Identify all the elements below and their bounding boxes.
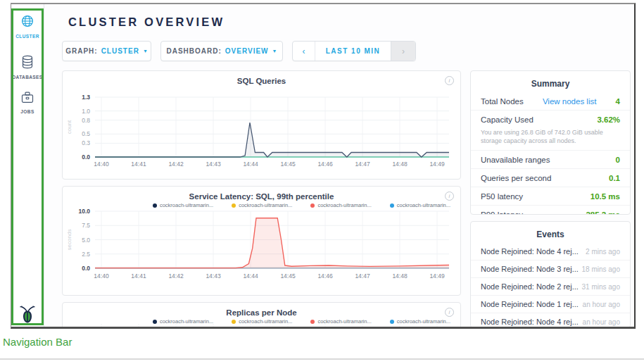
event-row[interactable]: Node Rejoined: Node 1 rej... an hour ago (471, 295, 630, 313)
event-text: Node Rejoined: Node 3 rej... (481, 265, 579, 273)
cockroachdb-logo[interactable] (11, 305, 44, 324)
divider (0, 358, 644, 360)
event-row[interactable]: Node Rejoined: Node 4 rej... an hour ago (471, 313, 630, 328)
svg-text:14:41: 14:41 (131, 272, 146, 280)
svg-text:14:44: 14:44 (243, 272, 258, 280)
svg-text:14:47: 14:47 (355, 161, 370, 168)
events-title: Events (471, 222, 630, 243)
service-latency-chart-panel: Service Latency: SQL, 99th percentile i … (62, 186, 461, 296)
svg-text:0.3: 0.3 (82, 139, 90, 146)
toolbar: GRAPH: CLUSTER ▼ DASHBOARD: OVERVIEW ▼ ‹… (62, 41, 463, 61)
event-row[interactable]: Node Rejoined: Node 3 rej... 18 mins ago (471, 260, 630, 277)
sidebar-item-jobs[interactable]: JOBS (11, 92, 44, 114)
main-content: CLUSTER OVERVIEW GRAPH: CLUSTER ▼ DASHBO… (44, 4, 634, 327)
globe-icon (20, 14, 34, 31)
dashboard-dropdown-value: OVERVIEW (225, 47, 269, 55)
event-text: Node Rejoined: Node 1 rej... (481, 300, 579, 308)
capacity-description: You are using 26.8 GiB of 742.0 GiB usab… (471, 128, 630, 150)
event-time: 31 mins ago (582, 283, 620, 291)
svg-text:14:49: 14:49 (429, 161, 445, 168)
summary-value: 3.62% (597, 115, 620, 124)
event-row[interactable]: Node Rejoined: Node 2 rej... 31 mins ago (471, 277, 630, 295)
time-range-label[interactable]: LAST 10 MIN (315, 42, 391, 61)
sidebar-item-databases[interactable]: DATABASES (11, 55, 44, 80)
replicas-per-node-chart[interactable]: 40014:4014:4114:4214:4314:4414:4514:4614… (63, 311, 460, 329)
sidebar-item-label: JOBS (20, 109, 34, 114)
svg-text:14:47: 14:47 (355, 272, 370, 280)
sidebar-item-cluster[interactable]: CLUSTER (11, 14, 44, 39)
svg-text:14:44: 14:44 (243, 161, 258, 168)
briefcase-icon (21, 92, 34, 106)
sql-queries-chart-panel: SQL Queries i 1.31.00.80.50.30.014:4014:… (62, 70, 461, 180)
svg-text:1.0: 1.0 (82, 108, 90, 115)
replicas-per-node-chart-panel: Replicas per Node i cockroach-ultramarin… (62, 302, 461, 329)
svg-text:14:48: 14:48 (392, 272, 408, 280)
event-text: Node Rejoined: Node 2 rej... (481, 282, 579, 291)
time-prev-button[interactable]: ‹ (293, 42, 315, 61)
summary-title: Summary (471, 71, 630, 92)
events-panel: Events Node Rejoined: Node 4 rej... 2 mi… (470, 221, 631, 328)
svg-text:14:40: 14:40 (94, 161, 109, 168)
svg-text:14:46: 14:46 (317, 161, 333, 168)
summary-row-qps: Queries per second 0.1 (471, 168, 630, 187)
chevron-down-icon: ▼ (143, 49, 148, 54)
event-row[interactable]: Node Rejoined: Node 4 rej... 2 mins ago (471, 243, 630, 260)
summary-panel: Summary Total Nodes View nodes list 4 Ca… (470, 70, 631, 215)
dashboard-dropdown[interactable]: DASHBOARD: OVERVIEW ▼ (160, 41, 283, 61)
summary-value: 0 (616, 156, 620, 164)
annotation-label: Navigation Bar (3, 336, 72, 348)
summary-row-p99: P99 latency 285.2 ms (471, 205, 630, 215)
svg-text:2.5: 2.5 (82, 251, 90, 258)
event-text: Node Rejoined: Node 4 rej... (481, 318, 579, 326)
view-nodes-list-link[interactable]: View nodes list (543, 97, 597, 106)
svg-text:0.0: 0.0 (82, 265, 90, 272)
summary-row-total-nodes: Total Nodes View nodes list 4 (471, 92, 630, 110)
svg-text:seconds: seconds (66, 230, 72, 251)
event-time: 18 mins ago (582, 265, 620, 273)
summary-value: 0.1 (609, 174, 620, 182)
navigation-bar: CLUSTER DATABASES (11, 4, 44, 327)
svg-text:0.5: 0.5 (82, 130, 90, 137)
svg-text:14:41: 14:41 (131, 161, 146, 168)
summary-label: Unavailable ranges (481, 156, 550, 164)
graph-dropdown-value: CLUSTER (101, 47, 139, 55)
event-time: an hour ago (583, 318, 620, 326)
summary-label: Queries per second (481, 174, 551, 182)
event-text: Node Rejoined: Node 4 rej... (481, 247, 579, 256)
summary-label: Total Nodes (481, 97, 524, 106)
svg-text:7.5: 7.5 (82, 222, 90, 229)
page-title: CLUSTER OVERVIEW (68, 15, 225, 29)
graph-dropdown[interactable]: GRAPH: CLUSTER ▼ (62, 41, 151, 61)
service-latency-chart[interactable]: 10.07.55.02.50.014:4014:4114:4214:4314:4… (63, 187, 460, 295)
svg-text:14:43: 14:43 (206, 161, 221, 168)
sql-queries-chart[interactable]: 1.31.00.80.50.30.014:4014:4114:4214:4314… (63, 71, 460, 179)
summary-value: 10.5 ms (591, 192, 620, 201)
time-next-button[interactable]: › (391, 42, 415, 61)
svg-text:count: count (66, 120, 72, 134)
svg-text:14:46: 14:46 (317, 272, 333, 280)
svg-text:14:42: 14:42 (168, 161, 184, 168)
svg-text:1.3: 1.3 (82, 94, 90, 101)
summary-value: 285.2 ms (586, 211, 620, 215)
svg-text:14:45: 14:45 (280, 161, 296, 168)
graph-dropdown-label: GRAPH: (65, 47, 97, 55)
svg-text:14:40: 14:40 (94, 272, 109, 280)
summary-value: 4 (616, 97, 620, 106)
summary-row-p50: P50 latency 10.5 ms (471, 187, 630, 205)
svg-text:14:49: 14:49 (429, 272, 445, 280)
dashboard-dropdown-label: DASHBOARD: (167, 47, 222, 55)
svg-text:10.0: 10.0 (78, 208, 90, 215)
time-range-selector: ‹ LAST 10 MIN › (292, 41, 416, 61)
summary-label: P99 latency (481, 211, 523, 215)
summary-label: P50 latency (481, 192, 523, 201)
svg-text:0.8: 0.8 (82, 117, 90, 124)
summary-label: Capacity Used (481, 115, 533, 124)
svg-text:14:48: 14:48 (392, 161, 408, 168)
event-time: 2 mins ago (586, 248, 620, 256)
sidebar-item-label: DATABASES (12, 75, 42, 80)
svg-text:14:42: 14:42 (168, 272, 184, 280)
event-time: an hour ago (583, 301, 620, 308)
sidebar-item-label: CLUSTER (15, 34, 39, 39)
summary-row-unavailable-ranges: Unavailable ranges 0 (471, 150, 630, 168)
chevron-down-icon: ▼ (272, 49, 277, 54)
